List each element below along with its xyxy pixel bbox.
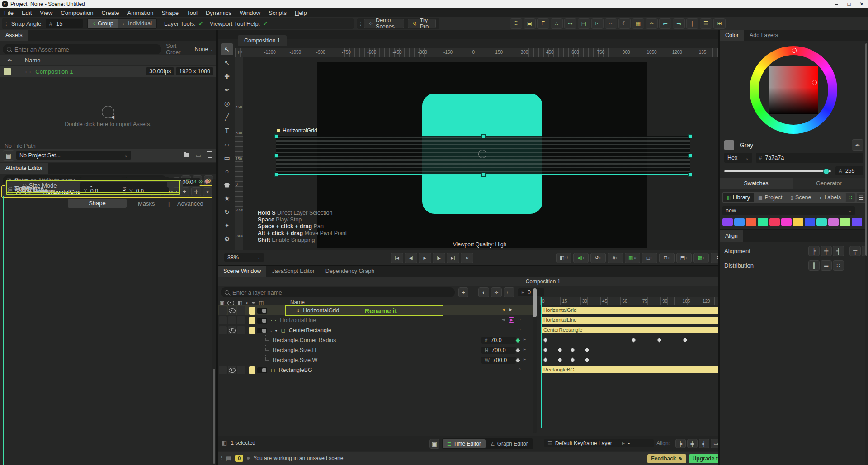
onion-skin-icon[interactable]: ◧0 [556, 253, 571, 263]
color-chip[interactable] [852, 218, 862, 226]
attribute-value-field[interactable]: #70.0 [481, 337, 516, 344]
alignment-icon-1[interactable]: ╪ [821, 246, 832, 256]
connect-arrow-icon[interactable]: ⇢ [564, 18, 576, 29]
layer-name[interactable]: HorizontalGrid [303, 307, 339, 314]
footer-frame-field[interactable]: F- [618, 439, 654, 447]
toggle-cell[interactable] [237, 366, 245, 374]
selection-handle[interactable] [274, 154, 278, 158]
keyframe-diamond-icon[interactable] [631, 338, 636, 343]
more-icon[interactable]: ⋯ [605, 18, 617, 29]
keyframe-diamond-icon[interactable] [585, 358, 589, 362]
layer-name[interactable]: RectangleBG [278, 367, 312, 373]
render-toggle[interactable] [257, 308, 267, 314]
keyframe-diamond-icon[interactable] [571, 358, 575, 362]
next-key-icon[interactable]: ▶ [509, 307, 513, 312]
align-left-icon[interactable]: ⇤ [659, 18, 671, 29]
layer-row[interactable]: ⠿HorizontalGridRename it◀▶ [218, 305, 534, 315]
keyframe-diamond-icon[interactable] [683, 338, 687, 343]
star-tool[interactable]: ★ [221, 193, 233, 204]
expand-chevron-icon[interactable]: ⌄ [269, 328, 273, 333]
distribution-icon-2[interactable]: ∷ [833, 260, 844, 271]
keyframe-diamond-icon[interactable] [516, 338, 520, 343]
color-chip[interactable] [746, 218, 756, 226]
zoom-level-dropdown[interactable]: 38%⌄ [224, 253, 264, 262]
keyframe-diamond-icon[interactable] [516, 348, 520, 353]
magic-pen-icon[interactable]: ✑ [646, 18, 658, 29]
layer-row[interactable]: ·–·HorizontalLine◀▶○ [218, 315, 534, 325]
toggle-cell[interactable] [228, 316, 236, 324]
toggle-cell[interactable] [219, 316, 227, 324]
tab-assets[interactable]: Assets [0, 30, 28, 41]
toggle-cell[interactable] [228, 326, 236, 334]
keyframe-diamond-icon[interactable] [543, 338, 547, 343]
eyedropper-button[interactable]: ✒ [852, 139, 863, 151]
alignment-icon-2[interactable]: ╡ [833, 246, 844, 256]
columns-icon[interactable]: ∥ [686, 18, 698, 29]
folder-icon[interactable] [184, 153, 189, 157]
align-center-icon[interactable]: ╪ [687, 439, 698, 448]
toggle-cell[interactable] [237, 316, 245, 324]
tab-attribute-editor[interactable]: Attribute Editor [0, 163, 48, 174]
log-icon[interactable]: ▤ [226, 455, 231, 462]
next-key-icon[interactable]: ▸ [524, 357, 526, 362]
add-layer-button[interactable]: + [458, 287, 468, 297]
tab-javascript-editor[interactable]: JavaScript Editor [266, 266, 320, 277]
pan-tool[interactable]: ✚ [221, 70, 233, 82]
duplicate-icon[interactable]: ⊡ [591, 18, 604, 29]
sparkle-tool[interactable]: ✦ [221, 220, 233, 231]
polygon-tool[interactable] [221, 179, 233, 191]
comp-color-swatch[interactable] [4, 68, 11, 75]
color-chip[interactable] [793, 218, 803, 226]
next-key-icon[interactable]: ▸ [524, 337, 526, 342]
attribute-name[interactable]: Rectangle.Size.W [273, 357, 317, 363]
time-editor-button[interactable]: ☰ Time Editor [443, 439, 486, 448]
keyframe-circle-icon[interactable]: ○ [518, 366, 521, 371]
color-chip[interactable] [805, 218, 815, 226]
render-toggle[interactable] [257, 367, 267, 373]
hue-selector[interactable] [792, 48, 797, 53]
tool-settings-icon[interactable]: ⚙ [221, 233, 233, 245]
viewport-canvas-area[interactable]: HorizontalGrid Hold S Direct Layer Selec… [243, 57, 718, 251]
focus-layer-icon[interactable]: ✛ [491, 287, 502, 297]
asset-row-composition[interactable]: ▭ Composition 1 30.00fps 1920 x 1080 [0, 66, 216, 77]
layer-tools-check-icon[interactable]: ✓ [198, 20, 203, 27]
trash-icon[interactable] [208, 153, 212, 158]
feedback-button[interactable]: Feedback✎ [647, 454, 686, 463]
frame-field[interactable]: F0 [518, 288, 544, 296]
keyframe-circle-icon[interactable]: ○ [518, 317, 521, 322]
eye-icon[interactable] [227, 301, 234, 305]
step-back-button[interactable]: ◀| [405, 253, 417, 263]
rotation-icon[interactable]: ↺▸ [590, 253, 606, 263]
shape-grid-icon[interactable]: ⠿ [510, 18, 522, 29]
menu-create[interactable]: Create [98, 8, 123, 17]
tab-color[interactable]: Color [720, 30, 744, 41]
attribute-port[interactable] [8, 189, 12, 193]
keyframe-diamond-icon[interactable] [557, 358, 562, 362]
grid-view-icon[interactable]: ∷ [845, 193, 855, 202]
sort-order-value[interactable]: None [195, 46, 208, 52]
group-button[interactable]: ⠪ Group [88, 19, 118, 28]
hex-mode-dropdown[interactable]: Hex⌄ [724, 153, 752, 163]
tab-align[interactable]: Align [720, 230, 743, 242]
distribution-icon-1[interactable]: ═ [821, 260, 832, 271]
pen-tool[interactable]: ✒ [221, 84, 233, 96]
source-scene-button[interactable]: ▯Scene [787, 193, 815, 202]
toggle-cell[interactable] [228, 366, 236, 374]
keyframe-diamond-icon[interactable] [516, 358, 520, 363]
alpha-slider[interactable] [724, 170, 831, 172]
viewport-tab-composition[interactable]: Composition 1 [238, 35, 287, 46]
color-chip[interactable] [840, 218, 850, 226]
warning-badge[interactable]: 0 [235, 455, 243, 462]
playhead[interactable] [541, 297, 542, 428]
source-labels-button[interactable]: ◗Labels [816, 193, 844, 202]
layer-row[interactable]: ▢RectangleBG○ [218, 365, 534, 375]
snap-angle-input[interactable]: # 15 [46, 19, 83, 28]
go-to-start-button[interactable]: |◀ [391, 253, 403, 263]
attribute-name[interactable]: Rectangle.Size.H [273, 347, 316, 353]
keyframe-diamond-icon[interactable] [571, 348, 575, 352]
toggle-cell[interactable] [237, 306, 245, 315]
palette-dropdown[interactable]: new⌄ [722, 206, 855, 215]
grid-icon[interactable]: ⊞ [713, 18, 726, 29]
color-chip[interactable] [758, 218, 768, 226]
project-set-dropdown[interactable]: No Project Set...⌄ [16, 151, 131, 160]
